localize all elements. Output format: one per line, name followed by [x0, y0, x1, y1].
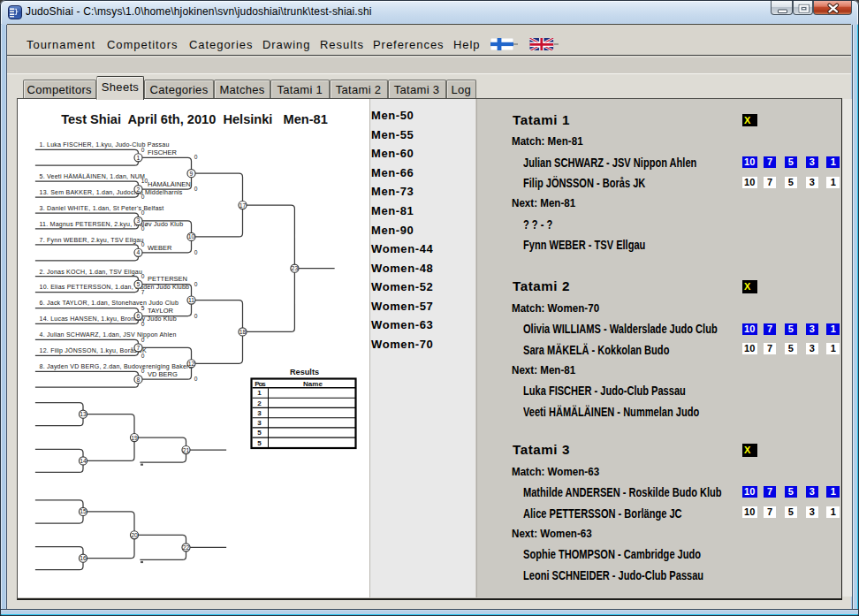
svg-text:7: 7	[141, 289, 145, 295]
svg-text:WEBER: WEBER	[148, 244, 172, 252]
svg-text:Name: Name	[303, 380, 323, 388]
svg-text:15: 15	[80, 508, 87, 514]
svg-text:12. Filip JÖNSSON, 1.kyu, Borå: 12. Filip JÖNSSON, 1.kyu, Borås JK	[40, 347, 148, 354]
svg-text:2: 2	[137, 186, 141, 193]
svg-text:0: 0	[194, 313, 198, 319]
svg-text:5: 5	[257, 439, 262, 447]
svg-text:8. Jayden VD BERG, 2.dan, Budo: 8. Jayden VD BERG, 2.dan, Budovereniging…	[40, 363, 193, 370]
svg-text:0: 0	[194, 154, 198, 160]
svg-text:17: 17	[239, 202, 247, 209]
svg-text:5: 5	[141, 305, 145, 311]
svg-text:FISCHER: FISCHER	[148, 148, 178, 156]
svg-text:0: 0	[141, 273, 145, 279]
svg-text:4. Julian SCHWARZ, 1.dan, JSV: 4. Julian SCHWARZ, 1.dan, JSV Nippon Ahl…	[40, 331, 177, 338]
svg-text:1: 1	[137, 155, 141, 161]
svg-text:9: 9	[190, 171, 194, 177]
svg-text:2: 2	[257, 399, 262, 407]
svg-text:16: 16	[80, 555, 87, 561]
svg-text:5: 5	[257, 429, 262, 437]
svg-text:5. Veeti HÄMÄLÄINEN, 1.dan, NU: 5. Veeti HÄMÄLÄINEN, 1.dan, NUM	[40, 173, 146, 179]
svg-text:TAYLOR: TAYLOR	[148, 307, 173, 315]
svg-text:10: 10	[141, 178, 148, 184]
svg-text:VD BERG: VD BERG	[148, 370, 178, 378]
svg-text:5: 5	[137, 281, 141, 287]
svg-text:8: 8	[137, 376, 141, 383]
svg-text:0: 0	[194, 186, 198, 192]
svg-text:13: 13	[80, 411, 87, 417]
svg-text:0: 0	[141, 368, 145, 374]
svg-text:0: 0	[194, 376, 198, 382]
svg-text:3: 3	[137, 217, 141, 224]
svg-text:HÄMÄLÄINEN: HÄMÄLÄINEN	[148, 180, 191, 188]
svg-text:12: 12	[188, 361, 195, 367]
svg-text:6. Jack TAYLOR, 1.dan, Stoneha: 6. Jack TAYLOR, 1.dan, Stonehaven Judo C…	[40, 300, 179, 306]
svg-text:0: 0	[141, 321, 145, 327]
svg-text:21: 21	[183, 447, 190, 453]
svg-text:2. Jonas KOCH, 1.dan, TSV Ellg: 2. Jonas KOCH, 1.dan, TSV Ellgau	[40, 269, 143, 276]
svg-text:13. Sem BAKKER, 1.dan, Judoclu: 13. Sem BAKKER, 1.dan, Judoclub Middelha…	[40, 189, 183, 195]
svg-text:0: 0	[194, 281, 198, 287]
svg-text:11: 11	[188, 297, 194, 303]
svg-text:22: 22	[183, 544, 190, 551]
svg-text:Results: Results	[290, 368, 319, 376]
svg-text:10: 10	[188, 233, 195, 240]
svg-text:11. Magnus PETERSEN, 2.kyu, Må: 11. Magnus PETERSEN, 2.kyu, Måløv Judo K…	[40, 221, 184, 228]
svg-text:14: 14	[80, 458, 87, 464]
svg-text:0: 0	[141, 353, 145, 359]
svg-text:23: 23	[292, 265, 299, 271]
svg-text:3: 3	[257, 409, 262, 417]
svg-text:PETTERSEN: PETTERSEN	[148, 275, 187, 283]
svg-text:0: 0	[141, 337, 145, 343]
svg-text:3: 3	[257, 419, 262, 427]
svg-text:0: 0	[141, 194, 145, 200]
svg-text:0: 0	[141, 241, 145, 247]
svg-text:0: 0	[141, 147, 145, 153]
svg-text:0: 0	[194, 249, 198, 255]
svg-text:14. Lucas HANSEN, 1.kyu, Brond: 14. Lucas HANSEN, 1.kyu, Brondby Judo Kl…	[40, 316, 177, 323]
svg-text:6: 6	[137, 313, 141, 319]
svg-text:1: 1	[257, 389, 262, 397]
svg-text:10. Elias PETTERSSON, 1.dan, B: 10. Elias PETTERSSON, 1.dan, Baden Judo …	[40, 284, 190, 290]
svg-text:0: 0	[141, 225, 145, 232]
svg-text:7. Fynn WEBER, 2.kyu, TSV Ellg: 7. Fynn WEBER, 2.kyu, TSV Ellgau	[40, 237, 144, 244]
svg-text:1. Luka FISCHER, 1.kyu, Judo-C: 1. Luka FISCHER, 1.kyu, Judo-Club Passau	[40, 141, 170, 148]
svg-text:7: 7	[137, 345, 141, 351]
svg-text:0: 0	[141, 209, 145, 216]
svg-text:4: 4	[137, 249, 141, 255]
svg-text:Test Shiai April 6th, 2010 H: Test Shiai April 6th, 2010 Helsinki Men-…	[61, 112, 328, 126]
svg-text:3. Daniel WHITE, 1.dan, St Pet: 3. Daniel WHITE, 1.dan, St Peter's Belfa…	[40, 205, 164, 211]
svg-text:19: 19	[131, 435, 138, 441]
svg-text:Pos: Pos	[255, 380, 266, 388]
svg-text:20: 20	[131, 532, 138, 538]
svg-text:18: 18	[239, 329, 247, 335]
